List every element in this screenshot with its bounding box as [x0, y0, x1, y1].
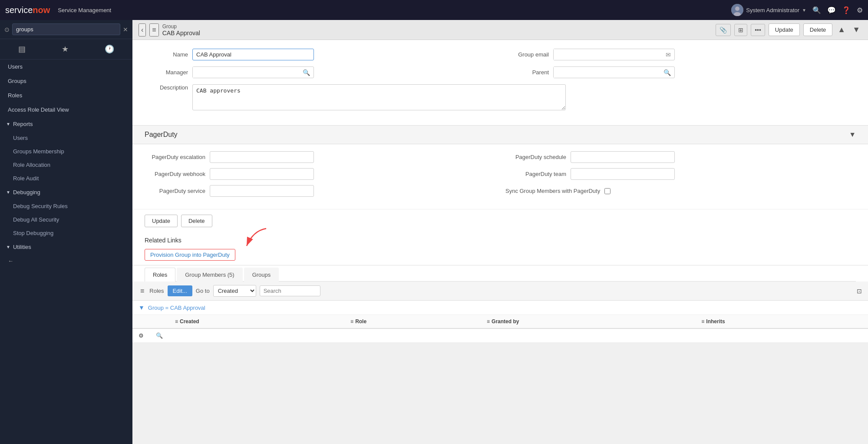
parent-label: Parent — [505, 69, 549, 76]
breadcrumb-update-button[interactable]: Update — [769, 23, 800, 36]
sidebar-section-debugging[interactable]: ▼ Debugging — [0, 185, 132, 199]
pd-sync-checkbox[interactable] — [604, 188, 611, 194]
table-roles-label: Roles — [149, 288, 164, 294]
breadcrumb-delete-button[interactable]: Delete — [803, 23, 833, 36]
table-menu-icon[interactable]: ≡ — [139, 286, 146, 296]
table-col-role: ≡ Role — [344, 315, 481, 328]
sidebar-item-groups-membership[interactable]: Groups Membership — [0, 145, 132, 158]
sidebar-item-debug-security-rules[interactable]: Debug Security Rules — [0, 199, 132, 213]
row-created — [169, 328, 344, 343]
help-icon[interactable]: ❓ — [842, 6, 851, 14]
table-col-search — [150, 315, 169, 328]
col-menu-inherits[interactable]: ≡ — [701, 318, 704, 325]
table-col-granted-by: ≡ Granted by — [481, 315, 695, 328]
pd-escalation-input[interactable] — [210, 151, 314, 163]
description-textarea[interactable]: CAB approvers — [192, 84, 566, 110]
parent-field: 🔍 — [553, 66, 675, 78]
tabs-section: Roles Group Members (5) Groups — [132, 265, 868, 282]
sidebar-item-debug-all-security[interactable]: Debug All Security — [0, 213, 132, 226]
sidebar-item-role-allocation[interactable]: Role Allocation — [0, 158, 132, 172]
row-search-icon[interactable]: 🔍 — [150, 328, 169, 343]
sidebar-item-roles[interactable]: Roles — [0, 88, 132, 103]
parent-search-icon[interactable]: 🔍 — [660, 67, 674, 78]
navigate-down-button[interactable]: ▼ — [851, 24, 862, 35]
sidebar-utilities-back[interactable]: ← — [0, 254, 132, 268]
row-settings-icon[interactable]: ⚙ — [132, 328, 150, 343]
pagerduty-section-header[interactable]: PagerDuty ▼ — [132, 125, 868, 144]
update-button[interactable]: Update — [145, 215, 178, 227]
nav-icons: System Administrator ▼ 🔍 💬 ❓ ⚙ — [731, 4, 863, 16]
user-badge[interactable]: System Administrator ▼ — [731, 4, 806, 16]
pd-webhook-input[interactable] — [210, 168, 314, 180]
form-group-manager: Manager 🔍 — [145, 66, 495, 78]
tab-groups[interactable]: Groups — [244, 268, 279, 282]
sidebar-favorites-icon[interactable]: ★ — [57, 43, 73, 56]
sidebar-history-icon[interactable]: ▤ — [14, 43, 30, 56]
sidebar-icon-bar: ▤ ★ 🕐 — [0, 39, 132, 60]
sidebar-search-bar: ⊙ ✕ — [0, 20, 132, 39]
search-icon[interactable]: 🔍 — [812, 6, 821, 14]
sidebar-section-reports[interactable]: ▼ Reports — [0, 117, 132, 131]
delete-button[interactable]: Delete — [181, 215, 212, 227]
sidebar-filter-icon: ⊙ — [4, 26, 10, 33]
action-buttons: Update Delete — [132, 209, 868, 232]
group-email-input[interactable] — [554, 49, 662, 60]
email-send-icon[interactable]: ✉ — [662, 50, 674, 60]
sidebar-item-reports-users[interactable]: Users — [0, 131, 132, 145]
breadcrumb-menu-button[interactable]: ≡ — [149, 23, 158, 36]
settings-icon[interactable]: ⚙ — [857, 6, 863, 14]
sidebar-search-input[interactable] — [12, 23, 120, 35]
sidebar-item-groups[interactable]: Groups — [0, 74, 132, 88]
name-input[interactable] — [192, 49, 314, 60]
sidebar-section-utilities-label: Utilities — [13, 244, 31, 250]
pd-row-2: PagerDuty webhook PagerDuty team — [145, 168, 856, 180]
manager-label: Manager — [145, 69, 188, 76]
form-group-description: Description CAB approvers — [145, 84, 856, 110]
navigate-up-button[interactable]: ▲ — [836, 24, 847, 35]
filter-text[interactable]: Group = CAB Approval — [148, 305, 205, 311]
pd-service-label: PagerDuty service — [145, 188, 205, 194]
col-menu-role[interactable]: ≡ — [350, 318, 353, 325]
sidebar-search-clear-icon[interactable]: ✕ — [123, 26, 128, 33]
name-label: Name — [145, 51, 188, 58]
table-col-inherits: ≡ Inherits — [695, 315, 868, 328]
tab-group-members[interactable]: Group Members (5) — [177, 268, 242, 282]
sidebar-item-access-role-detail[interactable]: Access Role Detail View — [0, 103, 132, 117]
row-granted-by — [481, 328, 695, 343]
pd-service-input[interactable] — [210, 185, 314, 197]
logo-service: service — [5, 5, 33, 15]
table-search-input[interactable] — [260, 285, 320, 296]
sidebar-clock-icon[interactable]: 🕐 — [100, 43, 119, 56]
table-expand-icon[interactable]: ⊡ — [857, 288, 862, 295]
user-dropdown-icon[interactable]: ▼ — [802, 8, 806, 13]
sidebar-item-role-audit[interactable]: Role Audit — [0, 172, 132, 185]
pd-row-1: PagerDuty escalation PagerDuty schedule — [145, 151, 856, 163]
tab-roles[interactable]: Roles — [145, 268, 175, 282]
parent-input[interactable] — [554, 67, 660, 78]
pd-escalation-label: PagerDuty escalation — [145, 154, 205, 160]
logo[interactable]: servicenow — [5, 5, 50, 15]
table-row: ⚙ 🔍 — [132, 328, 868, 343]
pd-webhook-label: PagerDuty webhook — [145, 171, 205, 177]
table-edit-button[interactable]: Edit... — [168, 285, 192, 296]
pd-group-service: PagerDuty service — [145, 185, 495, 197]
breadcrumb-back-button[interactable]: ‹ — [139, 23, 146, 36]
col-menu-created[interactable]: ≡ — [175, 318, 178, 325]
manager-input[interactable] — [193, 67, 299, 78]
breadcrumb-bar: ‹ ≡ Group CAB Approval 📎 ⊞ ••• Update De… — [132, 20, 868, 40]
attachment-button[interactable]: 📎 — [716, 24, 731, 36]
col-header-role: Role — [355, 318, 366, 325]
sidebar-section-utilities[interactable]: ▼ Utilities — [0, 240, 132, 254]
sidebar-item-stop-debugging[interactable]: Stop Debugging — [0, 226, 132, 240]
goto-select[interactable]: Created Role Granted by Inherits — [213, 285, 256, 297]
more-options-button[interactable]: ••• — [751, 24, 765, 36]
chat-icon[interactable]: 💬 — [827, 6, 836, 14]
col-menu-granted[interactable]: ≡ — [487, 318, 490, 325]
sidebar-item-users[interactable]: Users — [0, 60, 132, 74]
manager-search-icon[interactable]: 🔍 — [299, 67, 314, 78]
form-row-name-email: Name Group email ✉ — [145, 49, 856, 60]
pd-schedule-input[interactable] — [571, 151, 675, 163]
pd-team-input[interactable] — [571, 168, 675, 180]
form-layout-button[interactable]: ⊞ — [734, 24, 747, 36]
provision-group-link[interactable]: Provision Group into PagerDuty — [145, 249, 235, 261]
